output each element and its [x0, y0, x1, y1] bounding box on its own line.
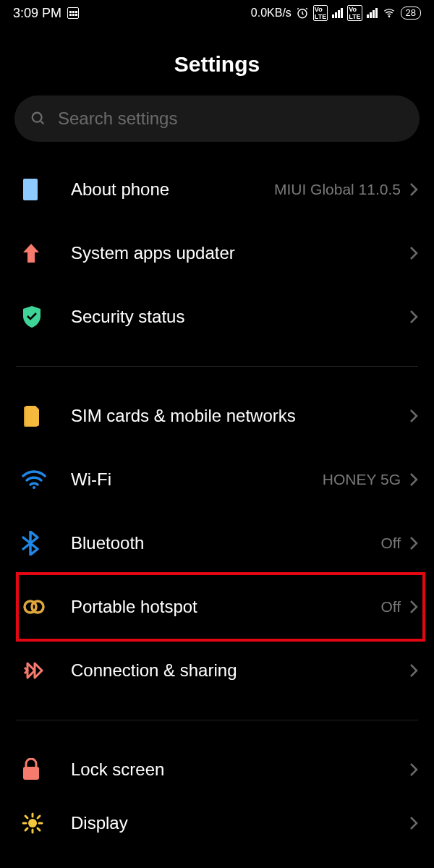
svg-line-17	[38, 816, 40, 818]
svg-rect-4	[23, 179, 38, 200]
svg-line-16	[25, 828, 27, 830]
svg-point-7	[32, 601, 43, 613]
svg-point-5	[33, 486, 35, 489]
row-value: Off	[380, 535, 401, 552]
notification-dots-icon	[67, 7, 79, 19]
page-title: Settings	[0, 52, 434, 77]
row-label: Lock screen	[71, 760, 409, 780]
bluetooth-icon	[22, 531, 39, 556]
row-connection-sharing[interactable]: Connection & sharing	[0, 639, 434, 702]
row-label: Wi-Fi	[71, 469, 323, 490]
chevron-right-icon	[409, 663, 418, 678]
chevron-right-icon	[409, 246, 418, 260]
wifi-icon	[22, 470, 46, 489]
row-label: Security status	[71, 307, 409, 327]
battery-indicator: 28	[401, 7, 421, 20]
row-lock-screen[interactable]: Lock screen	[0, 738, 434, 801]
svg-line-14	[25, 816, 27, 818]
search-icon	[30, 111, 46, 127]
hotspot-icon	[22, 599, 46, 615]
chevron-right-icon	[409, 600, 418, 614]
row-security-status[interactable]: Security status	[0, 285, 434, 349]
phone-icon	[22, 178, 39, 201]
row-bluetooth[interactable]: Bluetooth Off	[0, 511, 434, 575]
status-time: 3:09 PM	[13, 6, 61, 21]
arrow-up-icon	[22, 242, 41, 264]
row-label: Bluetooth	[71, 533, 380, 553]
svg-point-2	[33, 113, 42, 122]
chevron-right-icon	[409, 472, 418, 487]
row-label: About phone	[71, 179, 274, 200]
svg-line-15	[38, 828, 40, 830]
volte-badge-1: VoLTE	[313, 5, 328, 21]
wifi-status-icon	[382, 7, 396, 19]
row-about-phone[interactable]: About phone MIUI Global 11.0.5	[0, 158, 434, 221]
chevron-right-icon	[409, 762, 418, 777]
sim-icon	[22, 404, 42, 427]
row-system-updater[interactable]: System apps updater	[0, 221, 434, 285]
chevron-right-icon	[409, 816, 418, 830]
row-value: MIUI Global 11.0.5	[274, 181, 401, 198]
chevron-right-icon	[409, 536, 418, 550]
brightness-icon	[22, 812, 43, 834]
search-bar[interactable]	[14, 95, 420, 142]
chevron-right-icon	[409, 409, 418, 423]
alarm-icon	[296, 7, 309, 20]
signal-icon-2	[367, 8, 378, 18]
row-label: System apps updater	[71, 243, 409, 263]
svg-line-3	[41, 121, 44, 124]
svg-point-9	[28, 819, 37, 827]
row-sim-cards[interactable]: SIM cards & mobile networks	[0, 384, 434, 448]
row-value: HONEY 5G	[323, 471, 401, 488]
section-divider	[16, 366, 418, 367]
row-label: SIM cards & mobile networks	[71, 406, 409, 426]
search-input[interactable]	[58, 109, 404, 129]
row-display[interactable]: Display	[0, 801, 434, 845]
sharing-icon	[22, 660, 46, 681]
row-wifi[interactable]: Wi-Fi HONEY 5G	[0, 448, 434, 511]
settings-list: About phone MIUI Global 11.0.5 System ap…	[0, 158, 434, 845]
svg-rect-8	[23, 767, 39, 780]
volte-badge-2: VoLTE	[347, 5, 362, 21]
lock-icon	[22, 758, 41, 781]
row-portable-hotspot[interactable]: Portable hotspot Off	[0, 575, 434, 639]
row-value: Off	[380, 598, 401, 616]
chevron-right-icon	[409, 182, 418, 197]
chevron-right-icon	[409, 310, 418, 324]
section-divider	[16, 720, 418, 720]
row-label: Connection & sharing	[71, 660, 409, 681]
row-label: Display	[71, 813, 409, 833]
status-bar: 3:09 PM 0.0KB/s VoLTE VoLTE 28	[0, 0, 434, 26]
signal-icon-1	[332, 8, 343, 18]
shield-check-icon	[22, 305, 42, 328]
row-label: Portable hotspot	[71, 597, 380, 617]
svg-point-1	[388, 16, 389, 17]
net-speed: 0.0KB/s	[251, 7, 292, 20]
